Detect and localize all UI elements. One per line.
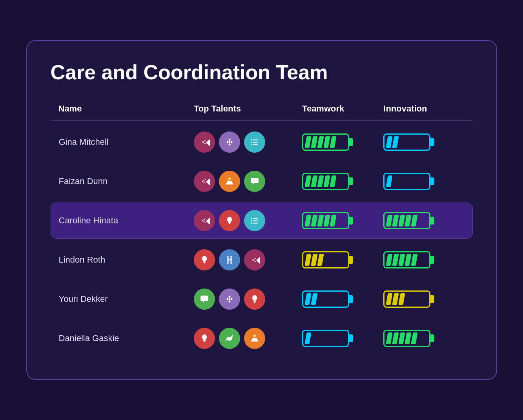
svg-text:<◆>: <◆> [202,138,210,146]
svg-point-39 [229,301,231,303]
svg-point-1 [227,141,229,143]
talent-icons: <◆> [194,171,302,192]
svg-rect-16 [251,178,259,183]
svg-text:<◆>: <◆> [202,216,210,225]
svg-rect-23 [253,218,258,219]
page-title: Care and Coordination Team [51,60,473,84]
table-row: Youri Dekker [51,281,473,317]
talent-icon-checklist [244,210,265,231]
svg-line-49 [232,335,233,336]
talent-icon-dots [219,131,240,153]
svg-rect-42 [253,301,256,302]
person-name: Lindon Roth [59,255,194,265]
svg-point-52 [253,334,256,337]
person-name: Youri Dekker [59,294,194,304]
svg-rect-29 [203,261,206,263]
talent-icon-p-symbol: <◆> [194,131,215,153]
innovation-battery [383,212,465,229]
svg-rect-22 [251,218,252,219]
main-card: Care and Coordination Team Name Top Tale… [26,40,497,380]
talent-icon-chameleon [219,328,240,349]
svg-text:<◆>: <◆> [202,177,210,186]
svg-point-40 [229,298,230,300]
person-name: Caroline Hinata [59,215,194,226]
svg-rect-25 [253,221,258,221]
svg-point-2 [231,141,233,143]
innovation-battery [383,133,465,151]
teamwork-battery [302,133,383,151]
talent-icons [194,289,302,310]
rows-container: Gina Mitchell<◆> Faizan Dunn<◆> [51,124,473,356]
svg-rect-45 [203,340,206,341]
talent-icon-p-symbol: <◆> [194,171,215,192]
talent-icon-lightbulb [244,289,265,310]
svg-point-19 [227,217,232,222]
talent-icon-dots [219,289,240,310]
table-row: Lindon Roth<◆> [51,242,473,278]
talent-icon-lightbulb [219,210,240,231]
table-row: Gina Mitchell<◆> [51,124,473,160]
svg-rect-6 [251,139,252,141]
svg-rect-26 [251,223,252,224]
table-row: Caroline Hinata<◆> [51,203,473,239]
col-innovation: Innovation [383,104,465,114]
person-name: Gina Mitchell [59,137,194,147]
svg-rect-11 [253,144,258,145]
talent-icon-p-symbol: <◆> [194,210,215,231]
svg-rect-20 [228,222,231,223]
svg-marker-35 [202,301,204,303]
svg-point-41 [252,295,257,301]
talent-icon-chat [194,289,215,310]
svg-point-37 [231,298,233,300]
talent-icon-fork [219,249,240,270]
table-header: Name Top Talents Teamwork Innovation [51,100,473,121]
talent-icon-mountain [244,328,265,349]
talent-icon-chat [244,171,265,192]
talent-icons: <◆> [194,210,302,231]
person-name: Daniella Gaskie [59,333,194,343]
col-talents: Top Talents [194,104,302,114]
svg-rect-46 [204,341,205,342]
talent-icon-p-symbol: <◆> [244,249,265,270]
innovation-battery [383,173,465,190]
table-row: Daniella Gaskie [51,320,473,356]
svg-point-5 [229,141,230,143]
talent-icons: <◆> [194,131,302,153]
talent-icon-mountain [219,171,240,192]
svg-text:<◆>: <◆> [252,256,260,264]
col-name: Name [58,104,194,114]
teamwork-battery [302,173,383,190]
talent-icon-lightbulb [194,249,215,270]
svg-rect-21 [229,223,230,224]
svg-rect-9 [253,142,258,143]
innovation-battery [383,330,465,347]
svg-point-44 [202,334,207,340]
talent-icons: <◆> [194,249,302,270]
teamwork-battery [302,251,383,268]
svg-rect-24 [251,220,252,221]
talent-icon-lightbulb [194,328,215,349]
svg-rect-8 [251,142,252,143]
svg-marker-17 [253,183,254,185]
talent-icons [194,328,302,349]
svg-point-36 [227,298,229,300]
talent-icon-checklist [244,131,265,153]
innovation-battery [383,251,465,268]
svg-point-3 [229,139,231,141]
svg-point-4 [229,144,231,146]
svg-rect-10 [251,144,252,145]
svg-point-28 [202,256,207,261]
svg-rect-7 [253,140,258,141]
svg-rect-43 [254,302,255,303]
teamwork-battery [302,290,383,308]
table-row: Faizan Dunn<◆> [51,163,473,199]
person-name: Faizan Dunn [59,176,194,186]
svg-rect-27 [253,223,258,224]
svg-rect-30 [204,263,205,263]
svg-point-48 [231,336,233,338]
teamwork-battery [302,212,383,229]
teamwork-battery [302,330,383,347]
svg-point-15 [228,177,231,180]
svg-rect-34 [200,296,208,301]
svg-point-38 [229,296,231,298]
